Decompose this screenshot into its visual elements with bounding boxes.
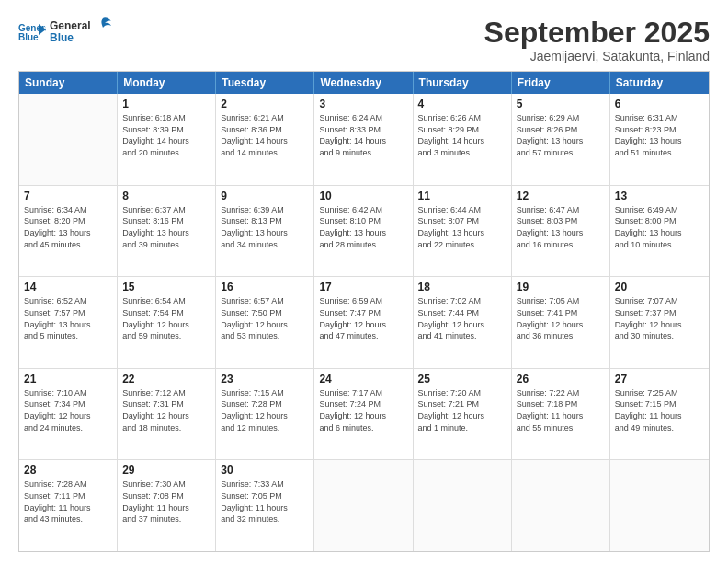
cell-info: Sunrise: 6:24 AM Sunset: 8:33 PM Dayligh… (319, 112, 407, 158)
calendar-row: 7Sunrise: 6:34 AM Sunset: 8:20 PM Daylig… (19, 186, 709, 278)
cell-info: Sunrise: 6:29 AM Sunset: 8:26 PM Dayligh… (517, 112, 605, 158)
month-title: September 2025 (484, 17, 710, 49)
calendar-cell: 18Sunrise: 7:02 AM Sunset: 7:44 PM Dayli… (414, 277, 512, 368)
day-number: 20 (615, 281, 704, 293)
cell-info: Sunrise: 6:37 AM Sunset: 8:16 PM Dayligh… (122, 204, 210, 250)
cell-info: Sunrise: 7:25 AM Sunset: 7:15 PM Dayligh… (615, 387, 704, 433)
day-number: 14 (24, 281, 112, 293)
calendar-cell: 3Sunrise: 6:24 AM Sunset: 8:33 PM Daylig… (314, 94, 413, 185)
location: Jaemijaervi, Satakunta, Finland (484, 49, 710, 63)
day-number: 30 (221, 464, 309, 477)
cell-info: Sunrise: 7:20 AM Sunset: 7:21 PM Dayligh… (418, 387, 506, 433)
calendar-cell: 4Sunrise: 6:26 AM Sunset: 8:29 PM Daylig… (414, 94, 512, 185)
calendar-cell: 8Sunrise: 6:37 AM Sunset: 8:16 PM Daylig… (118, 186, 216, 277)
day-number: 8 (122, 190, 210, 202)
cell-info: Sunrise: 6:34 AM Sunset: 8:20 PM Dayligh… (24, 204, 112, 250)
calendar-row: 14Sunrise: 6:52 AM Sunset: 7:57 PM Dayli… (19, 277, 709, 369)
calendar-cell: 24Sunrise: 7:17 AM Sunset: 7:24 PM Dayli… (314, 369, 413, 460)
day-number: 3 (319, 98, 407, 110)
calendar-cell: 19Sunrise: 7:05 AM Sunset: 7:41 PM Dayli… (512, 277, 610, 368)
svg-text:Blue: Blue (18, 32, 39, 42)
cell-info: Sunrise: 7:33 AM Sunset: 7:05 PM Dayligh… (221, 478, 309, 524)
calendar-cell: 29Sunrise: 7:30 AM Sunset: 7:08 PM Dayli… (118, 460, 216, 551)
cell-info: Sunrise: 6:21 AM Sunset: 8:36 PM Dayligh… (221, 112, 309, 158)
day-number: 22 (122, 373, 210, 385)
calendar-row: 21Sunrise: 7:10 AM Sunset: 7:34 PM Dayli… (19, 369, 709, 461)
calendar-cell: 1Sunrise: 6:18 AM Sunset: 8:39 PM Daylig… (118, 94, 216, 185)
calendar-cell: 15Sunrise: 6:54 AM Sunset: 7:54 PM Dayli… (118, 277, 216, 368)
title-block: September 2025 Jaemijaervi, Satakunta, F… (484, 17, 710, 63)
day-number: 9 (221, 190, 309, 202)
calendar-header: SundayMondayTuesdayWednesdayThursdayFrid… (19, 72, 709, 94)
day-header: Wednesday (314, 72, 413, 94)
day-number: 1 (122, 98, 210, 110)
cell-info: Sunrise: 6:47 AM Sunset: 8:03 PM Dayligh… (517, 204, 605, 250)
calendar-cell (314, 460, 413, 551)
day-number: 25 (418, 373, 506, 385)
calendar-cell: 17Sunrise: 6:59 AM Sunset: 7:47 PM Dayli… (314, 277, 413, 368)
cell-info: Sunrise: 6:39 AM Sunset: 8:13 PM Dayligh… (221, 204, 309, 250)
day-header: Monday (118, 72, 216, 94)
logo: General Blue General Blue (18, 17, 114, 46)
cell-info: Sunrise: 6:18 AM Sunset: 8:39 PM Dayligh… (122, 112, 210, 158)
day-number: 16 (221, 281, 309, 293)
calendar-row: 28Sunrise: 7:28 AM Sunset: 7:11 PM Dayli… (19, 460, 709, 551)
cell-info: Sunrise: 7:10 AM Sunset: 7:34 PM Dayligh… (24, 387, 112, 433)
calendar-cell: 25Sunrise: 7:20 AM Sunset: 7:21 PM Dayli… (414, 369, 512, 460)
cell-info: Sunrise: 7:15 AM Sunset: 7:28 PM Dayligh… (221, 387, 309, 433)
day-number: 18 (418, 281, 506, 293)
calendar-cell: 10Sunrise: 6:42 AM Sunset: 8:10 PM Dayli… (314, 186, 413, 277)
calendar-cell: 16Sunrise: 6:57 AM Sunset: 7:50 PM Dayli… (216, 277, 314, 368)
calendar-cell: 2Sunrise: 6:21 AM Sunset: 8:36 PM Daylig… (216, 94, 314, 185)
calendar-cell: 12Sunrise: 6:47 AM Sunset: 8:03 PM Dayli… (512, 186, 610, 277)
logo-bird-icon: General Blue (50, 17, 114, 46)
logo-icon: General Blue (18, 20, 46, 42)
day-number: 6 (615, 98, 704, 110)
calendar-cell: 26Sunrise: 7:22 AM Sunset: 7:18 PM Dayli… (512, 369, 610, 460)
cell-info: Sunrise: 7:05 AM Sunset: 7:41 PM Dayligh… (517, 295, 605, 341)
calendar-cell: 30Sunrise: 7:33 AM Sunset: 7:05 PM Dayli… (216, 460, 314, 551)
cell-info: Sunrise: 6:52 AM Sunset: 7:57 PM Dayligh… (24, 295, 112, 341)
calendar-cell: 23Sunrise: 7:15 AM Sunset: 7:28 PM Dayli… (216, 369, 314, 460)
calendar-cell: 7Sunrise: 6:34 AM Sunset: 8:20 PM Daylig… (19, 186, 118, 277)
day-number: 5 (517, 98, 605, 110)
calendar-cell: 27Sunrise: 7:25 AM Sunset: 7:15 PM Dayli… (610, 369, 709, 460)
day-number: 24 (319, 373, 407, 385)
calendar-cell (19, 94, 118, 185)
svg-text:Blue: Blue (50, 31, 74, 44)
calendar-cell (414, 460, 512, 551)
day-number: 2 (221, 98, 309, 110)
day-number: 13 (615, 190, 704, 202)
header: General Blue General Blue September 2025… (18, 17, 710, 63)
day-number: 19 (517, 281, 605, 293)
cell-info: Sunrise: 6:44 AM Sunset: 8:07 PM Dayligh… (418, 204, 506, 250)
cell-info: Sunrise: 7:28 AM Sunset: 7:11 PM Dayligh… (24, 478, 112, 524)
calendar-cell: 20Sunrise: 7:07 AM Sunset: 7:37 PM Dayli… (610, 277, 709, 368)
cell-info: Sunrise: 6:59 AM Sunset: 7:47 PM Dayligh… (319, 295, 407, 341)
svg-text:General: General (50, 19, 91, 32)
cell-info: Sunrise: 6:42 AM Sunset: 8:10 PM Dayligh… (319, 204, 407, 250)
calendar-cell: 13Sunrise: 6:49 AM Sunset: 8:00 PM Dayli… (610, 186, 709, 277)
calendar-cell: 21Sunrise: 7:10 AM Sunset: 7:34 PM Dayli… (19, 369, 118, 460)
day-number: 28 (24, 464, 112, 477)
day-number: 27 (615, 373, 704, 385)
calendar-cell (610, 460, 709, 551)
day-number: 4 (418, 98, 506, 110)
calendar-cell: 9Sunrise: 6:39 AM Sunset: 8:13 PM Daylig… (216, 186, 314, 277)
cell-info: Sunrise: 6:49 AM Sunset: 8:00 PM Dayligh… (615, 204, 704, 250)
cell-info: Sunrise: 6:57 AM Sunset: 7:50 PM Dayligh… (221, 295, 309, 341)
calendar-cell: 6Sunrise: 6:31 AM Sunset: 8:23 PM Daylig… (610, 94, 709, 185)
day-header: Friday (512, 72, 610, 94)
day-number: 26 (517, 373, 605, 385)
day-number: 10 (319, 190, 407, 202)
day-header: Tuesday (216, 72, 314, 94)
cell-info: Sunrise: 6:31 AM Sunset: 8:23 PM Dayligh… (615, 112, 704, 158)
day-header: Saturday (610, 72, 709, 94)
calendar-cell: 22Sunrise: 7:12 AM Sunset: 7:31 PM Dayli… (118, 369, 216, 460)
day-number: 21 (24, 373, 112, 385)
cell-info: Sunrise: 7:22 AM Sunset: 7:18 PM Dayligh… (517, 387, 605, 433)
day-number: 29 (122, 464, 210, 477)
day-header: Thursday (414, 72, 512, 94)
day-number: 17 (319, 281, 407, 293)
cell-info: Sunrise: 7:07 AM Sunset: 7:37 PM Dayligh… (615, 295, 704, 341)
